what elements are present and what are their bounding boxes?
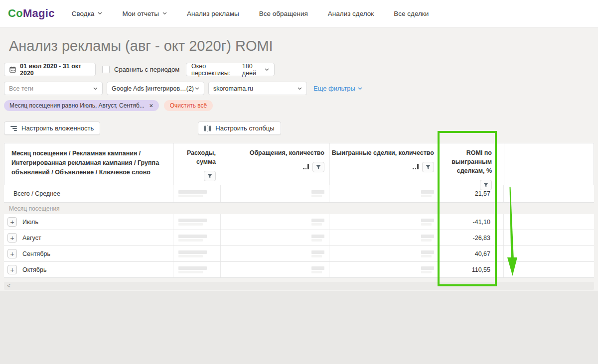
hidden-value-placeholder xyxy=(421,250,434,257)
date-range-value: 01 июл 2020 - 31 окт 2020 xyxy=(20,63,90,77)
hidden-value-placeholder xyxy=(311,190,324,197)
column-header-won-deals: Выигранные сделки, количество xyxy=(329,143,439,185)
romi-value: 40,67 xyxy=(439,246,503,261)
campaign-filter-select[interactable]: Google Ads [интегрированная ... (2) xyxy=(107,82,204,95)
nav-item-label: Анализ рекламы xyxy=(187,10,239,17)
summary-romi-value: 21,57 xyxy=(439,185,503,202)
nav-item-moi-otchety[interactable]: Мои отчеты xyxy=(122,10,167,17)
hidden-value-placeholder xyxy=(311,235,324,242)
filter-icon[interactable] xyxy=(204,171,216,181)
perspective-value: 180 дней xyxy=(242,63,265,77)
scroll-left-icon[interactable]: < xyxy=(7,282,10,289)
column-header-filler xyxy=(504,143,594,185)
logo-part-co: Co xyxy=(8,7,23,19)
hidden-value-placeholder xyxy=(311,250,324,257)
nav-item-label: Мои отчеты xyxy=(122,10,159,17)
date-range-picker[interactable]: 01 июл 2020 - 31 окт 2020 xyxy=(4,63,96,76)
nav-item-vse-sdelki[interactable]: Все сделки xyxy=(394,10,429,17)
horizontal-scrollbar[interactable]: < xyxy=(4,282,594,290)
logo-part-magic: Magic xyxy=(23,7,55,19)
comagic-logo[interactable]: CoMagic xyxy=(8,7,55,20)
row-label: Октябрь xyxy=(22,266,46,273)
chevron-down-icon xyxy=(298,87,302,90)
active-filter-chips: Месяц посещения равно Июль, Август, Сент… xyxy=(4,100,594,111)
expand-plus-icon[interactable]: + xyxy=(7,233,17,243)
top-nav: CoMagic Сводка Мои отчеты Анализ рекламы… xyxy=(0,0,598,27)
more-filters-label: Еще фильтры xyxy=(313,85,355,92)
columns-icon xyxy=(204,125,211,131)
clear-all-label: Очистить всё xyxy=(170,102,207,109)
hidden-value-placeholder xyxy=(311,219,324,226)
hidden-value-placeholder xyxy=(178,190,207,197)
column-header-expenses: Расходы, сумма xyxy=(173,143,221,185)
hidden-value-placeholder xyxy=(421,190,434,197)
table-row-september: + Сентябрь 40,67 xyxy=(4,246,594,262)
sort-bars-icon[interactable] xyxy=(413,164,419,170)
row-label: Сентябрь xyxy=(22,250,50,257)
perspective-label: Окно перспективы: xyxy=(191,63,239,77)
hidden-value-placeholder xyxy=(178,250,207,257)
chevron-down-icon xyxy=(195,87,199,90)
expand-plus-icon[interactable]: + xyxy=(7,217,17,227)
tags-filter-placeholder: Все теги xyxy=(9,85,33,92)
summary-label: Всего / Среднее xyxy=(4,185,173,202)
compare-period-checkbox[interactable] xyxy=(102,66,110,73)
configure-columns-button[interactable]: Настроить столбцы xyxy=(198,121,281,135)
group-section-label: Месяц посещения xyxy=(4,203,594,214)
chevron-down-icon xyxy=(265,68,269,71)
hidden-value-placeholder xyxy=(178,235,207,242)
sort-bars-icon[interactable] xyxy=(303,164,309,170)
nesting-icon xyxy=(10,126,17,131)
filter-icon[interactable] xyxy=(312,162,324,172)
table-row-august: + Август -26,83 xyxy=(4,230,594,246)
nav-item-svodka[interactable]: Сводка xyxy=(72,10,103,17)
nav-item-analiz-reklamy[interactable]: Анализ рекламы xyxy=(187,10,239,17)
chevron-down-icon xyxy=(162,12,167,15)
column-header-dimensions: Месяц посещения / Рекламная кампания / И… xyxy=(4,143,173,185)
summary-appeals-cell xyxy=(220,185,329,202)
nav-item-analiz-sdelok[interactable]: Анализ сделок xyxy=(328,10,374,17)
table-row-summary: Всего / Среднее 21,57 xyxy=(4,185,594,203)
page-content: Анализ рекламы (авг - окт 2020г) ROMI 01… xyxy=(0,27,598,291)
chevron-down-icon xyxy=(98,12,102,15)
close-icon[interactable]: ✕ xyxy=(149,103,153,109)
site-filter-value: skoromama.ru xyxy=(213,85,253,92)
clear-all-filters-button[interactable]: Очистить всё xyxy=(164,100,213,111)
summary-expenses-cell xyxy=(173,185,220,202)
filter-icon[interactable] xyxy=(422,162,434,172)
hidden-value-placeholder xyxy=(178,266,207,273)
tags-filter-select[interactable]: Все теги xyxy=(4,82,103,95)
expand-plus-icon[interactable]: + xyxy=(7,265,17,274)
compare-period-label: Сравнить с периодом xyxy=(114,66,179,73)
chevron-down-icon xyxy=(93,87,98,90)
month-filter-chip-label: Месяц посещения равно Июль, Август, Сент… xyxy=(9,102,145,109)
controls-row-1: 01 июл 2020 - 31 окт 2020 Сравнить с пер… xyxy=(4,63,594,76)
report-table: Месяц посещения / Рекламная кампания / И… xyxy=(4,143,594,290)
table-toolbar: Настроить вложенность Настроить столбцы xyxy=(4,121,594,135)
nav-item-vse-obrashcheniya[interactable]: Все обращения xyxy=(259,10,308,17)
campaign-filter-value: Google Ads [интегрированная ... xyxy=(112,85,186,92)
page-title: Анализ рекламы (авг - окт 2020г) ROMI xyxy=(4,27,594,54)
column-header-romi: ROMI по выигранным сделкам, % xyxy=(439,143,504,185)
table-row-october: + Октябрь 110,55 xyxy=(4,262,594,278)
configure-nesting-button[interactable]: Настроить вложенность xyxy=(4,121,100,135)
summary-deals-cell xyxy=(329,185,439,202)
site-filter-select[interactable]: skoromama.ru xyxy=(208,82,307,95)
romi-value: -41,10 xyxy=(439,214,503,230)
perspective-window-select[interactable]: Окно перспективы: 180 дней xyxy=(186,63,275,76)
hidden-value-placeholder xyxy=(421,219,434,226)
nav-item-label: Все обращения xyxy=(259,10,308,17)
row-label: Июль xyxy=(22,219,38,226)
month-filter-chip[interactable]: Месяц посещения равно Июль, Август, Сент… xyxy=(4,100,159,111)
hidden-value-placeholder xyxy=(178,219,207,226)
nav-item-label: Все сделки xyxy=(394,10,429,17)
romi-value: 110,55 xyxy=(439,262,503,277)
row-label: Август xyxy=(22,235,41,242)
controls-row-2: Все теги Google Ads [интегрированная ...… xyxy=(4,82,594,95)
nav-item-label: Анализ сделок xyxy=(328,10,374,17)
campaign-filter-count: (2) xyxy=(186,85,194,92)
expand-plus-icon[interactable]: + xyxy=(7,249,17,258)
more-filters-link[interactable]: Еще фильтры xyxy=(313,85,362,92)
hidden-value-placeholder xyxy=(421,266,434,273)
configure-columns-label: Настроить столбцы xyxy=(215,124,274,132)
